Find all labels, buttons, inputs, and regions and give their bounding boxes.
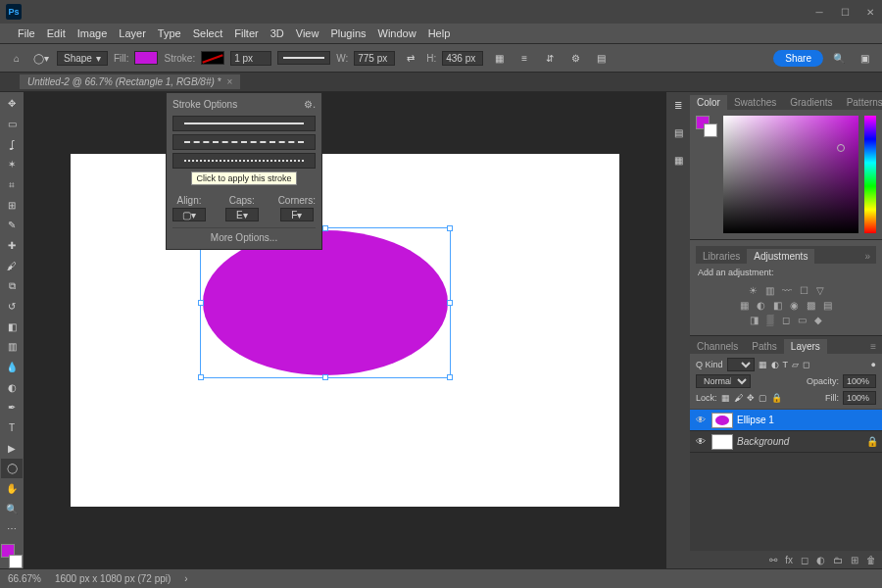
handle-left-center[interactable] <box>198 300 204 306</box>
tab-layers[interactable]: Layers <box>784 339 827 354</box>
path-alignment-icon[interactable]: ≡ <box>514 48 534 68</box>
transform-bounding-box[interactable] <box>200 227 451 378</box>
minimize-icon[interactable]: ─ <box>813 6 825 18</box>
width-input[interactable] <box>354 51 395 66</box>
link-layers-icon[interactable]: ⚯ <box>769 555 777 565</box>
group-icon[interactable]: 🗀 <box>833 555 843 565</box>
gradient-tool[interactable]: ▥ <box>1 337 23 357</box>
frame-tool[interactable]: ⊞ <box>1 195 23 215</box>
opacity-input[interactable] <box>843 374 876 388</box>
document-dimensions[interactable]: 1600 px x 1080 px (72 ppi) <box>55 573 171 584</box>
stroke-style-solid[interactable] <box>172 116 316 131</box>
brightness-icon[interactable]: ☀ <box>749 285 758 296</box>
brush-tool[interactable]: 🖌 <box>1 256 23 275</box>
properties-panel-icon[interactable]: ▤ <box>667 122 689 143</box>
tab-swatches[interactable]: Swatches <box>727 95 783 110</box>
handle-right-center[interactable] <box>447 300 453 306</box>
lock-all-icon[interactable]: 🔒 <box>771 393 782 403</box>
home-icon[interactable]: ⌂ <box>8 49 25 67</box>
lock-artboard-icon[interactable]: ▢ <box>759 393 767 403</box>
color-lookup-icon[interactable]: ▤ <box>823 300 832 311</box>
status-chevron-icon[interactable]: › <box>184 573 187 584</box>
eyedropper-tool[interactable]: ✎ <box>1 216 23 235</box>
color-balance-icon[interactable]: ◐ <box>757 300 765 311</box>
menu-file[interactable]: File <box>18 27 35 39</box>
workspace-switcher-icon[interactable]: ▣ <box>855 48 874 68</box>
visibility-toggle-icon[interactable]: 👁 <box>694 415 708 425</box>
more-options-button[interactable]: More Options... <box>172 227 316 243</box>
blur-tool[interactable]: 💧 <box>1 358 23 377</box>
layer-name[interactable]: Ellipse 1 <box>737 415 774 425</box>
zoom-tool[interactable]: 🔍 <box>1 499 23 518</box>
path-operations-icon[interactable]: ▦ <box>489 48 509 68</box>
handle-bottom-left[interactable] <box>198 374 204 380</box>
filter-toggle[interactable]: ● <box>871 360 876 369</box>
ellipse-shape-tool[interactable]: ◯ <box>1 459 23 478</box>
menu-edit[interactable]: Edit <box>47 27 66 39</box>
selective-color-icon[interactable]: ◆ <box>814 315 822 325</box>
blend-mode-dropdown[interactable]: Normal <box>696 374 751 388</box>
clone-stamp-tool[interactable]: ⧉ <box>1 276 23 296</box>
handle-top-right[interactable] <box>447 225 453 231</box>
hue-slider[interactable] <box>864 116 876 233</box>
stroke-corners-dropdown[interactable]: F▾ <box>280 208 314 221</box>
fill-opacity-input[interactable] <box>843 391 876 405</box>
tab-color[interactable]: Color <box>690 95 727 110</box>
layer-row[interactable]: 👁 Background 🔒 <box>690 431 882 453</box>
exposure-icon[interactable]: ☐ <box>800 285 808 296</box>
menu-window[interactable]: Window <box>378 27 416 39</box>
handle-bottom-right[interactable] <box>447 374 453 380</box>
invert-icon[interactable]: ◨ <box>750 315 759 325</box>
posterize-icon[interactable]: ▒ <box>766 315 773 325</box>
vibrance-icon[interactable]: ▽ <box>816 285 824 296</box>
path-select-tool[interactable]: ▶ <box>1 438 23 458</box>
brushes-panel-icon[interactable]: ▦ <box>667 149 689 171</box>
filter-pixel-icon[interactable]: ▦ <box>759 360 767 369</box>
crop-tool[interactable]: ⌗ <box>1 175 23 195</box>
filter-shape-icon[interactable]: ▱ <box>792 360 799 369</box>
lock-position-icon[interactable]: ✥ <box>747 393 755 403</box>
layer-style-icon[interactable]: fx <box>785 555 793 565</box>
hand-tool[interactable]: ✋ <box>1 479 23 499</box>
photo-filter-icon[interactable]: ◉ <box>790 300 799 311</box>
stroke-style-dashed[interactable] <box>172 134 316 150</box>
panel-background-color[interactable] <box>704 123 717 137</box>
stroke-style-dropdown[interactable] <box>277 51 330 65</box>
threshold-icon[interactable]: ◻ <box>782 315 790 325</box>
bw-icon[interactable]: ◧ <box>773 300 782 311</box>
fill-color-swatch[interactable] <box>134 51 158 65</box>
shape-mode-dropdown[interactable]: Shape▾ <box>57 51 108 66</box>
layer-thumbnail[interactable] <box>711 434 733 450</box>
stroke-align-dropdown[interactable]: ▢▾ <box>172 208 206 221</box>
tab-libraries[interactable]: Libraries <box>696 249 747 264</box>
search-icon[interactable]: 🔍 <box>829 48 849 68</box>
adjustment-layer-icon[interactable]: ◐ <box>816 555 825 565</box>
marquee-tool[interactable]: ▭ <box>1 115 23 134</box>
menu-view[interactable]: View <box>296 27 319 39</box>
zoom-level[interactable]: 66.67% <box>8 573 41 584</box>
filter-adjust-icon[interactable]: ◐ <box>771 360 779 369</box>
gear-icon[interactable]: ⚙ <box>565 48 585 68</box>
filter-type-icon[interactable]: T <box>783 360 789 369</box>
tab-adjustments[interactable]: Adjustments <box>747 249 814 264</box>
stroke-style-dotted[interactable] <box>172 153 316 169</box>
lock-transparent-icon[interactable]: ▦ <box>721 393 730 403</box>
dodge-tool[interactable]: ◐ <box>1 377 23 397</box>
menu-plugins[interactable]: Plugins <box>330 27 366 39</box>
filter-smart-icon[interactable]: ◻ <box>803 360 809 369</box>
background-color[interactable] <box>9 555 23 568</box>
menu-help[interactable]: Help <box>428 27 451 39</box>
tab-patterns[interactable]: Patterns <box>840 95 882 110</box>
stroke-caps-dropdown[interactable]: E▾ <box>225 208 259 221</box>
menu-filter[interactable]: Filter <box>234 27 258 39</box>
history-brush-tool[interactable]: ↺ <box>1 297 23 317</box>
menu-type[interactable]: Type <box>158 27 181 39</box>
menu-layer[interactable]: Layer <box>119 27 146 39</box>
document-tab[interactable]: Untitled-2 @ 66.7% (Rectangle 1, RGB/8#)… <box>20 74 240 89</box>
align-edges-icon[interactable]: ▤ <box>591 48 611 68</box>
link-dimensions-icon[interactable]: ⇄ <box>401 48 420 68</box>
share-button[interactable]: Share <box>773 50 823 67</box>
document-canvas[interactable] <box>71 154 619 507</box>
panel-collapse-icon[interactable]: » <box>858 249 876 264</box>
tab-gradients[interactable]: Gradients <box>783 95 839 110</box>
